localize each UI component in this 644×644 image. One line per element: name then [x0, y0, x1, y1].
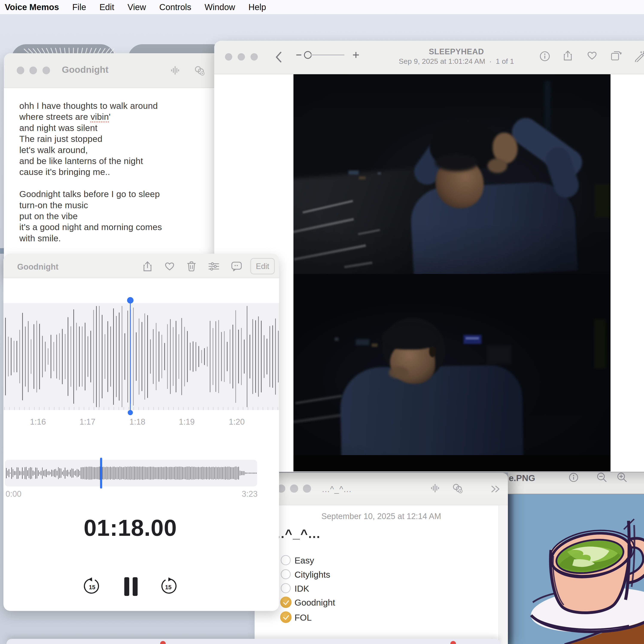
svg-text:15: 15 [165, 584, 172, 591]
svg-text:15: 15 [89, 584, 95, 591]
